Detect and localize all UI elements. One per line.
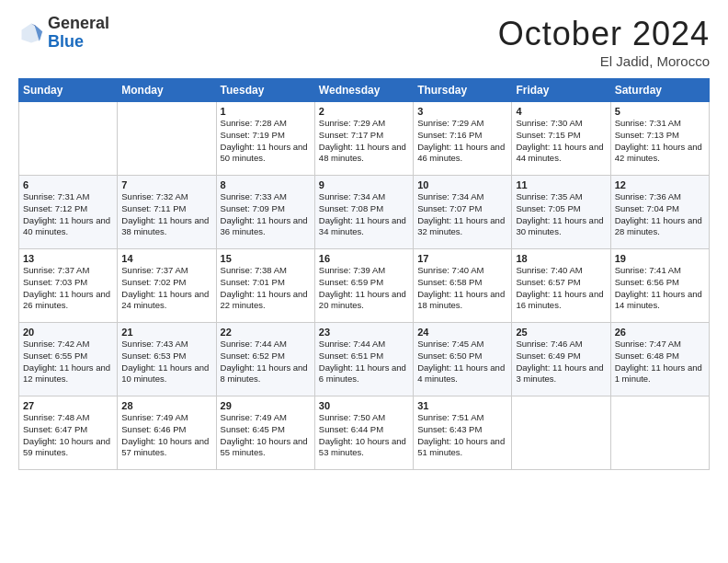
day-info: Sunrise: 7:28 AM Sunset: 7:19 PM Dayligh… (221, 118, 311, 165)
day-number: 4 (516, 106, 606, 117)
day-info: Sunrise: 7:37 AM Sunset: 7:03 PM Dayligh… (23, 265, 113, 312)
calendar-cell: 29Sunrise: 7:49 AM Sunset: 6:45 PM Dayli… (216, 396, 314, 470)
calendar-day-header: Saturday (610, 79, 709, 102)
day-number: 11 (516, 179, 606, 190)
day-info: Sunrise: 7:33 AM Sunset: 7:09 PM Dayligh… (221, 191, 311, 238)
calendar-cell: 2Sunrise: 7:29 AM Sunset: 7:17 PM Daylig… (314, 102, 413, 176)
day-number: 24 (417, 327, 507, 338)
calendar-cell: 31Sunrise: 7:51 AM Sunset: 6:43 PM Dayli… (414, 396, 512, 470)
day-info: Sunrise: 7:45 AM Sunset: 6:50 PM Dayligh… (417, 339, 507, 385)
calendar-cell: 12Sunrise: 7:36 AM Sunset: 7:04 PM Dayli… (610, 176, 709, 249)
day-info: Sunrise: 7:29 AM Sunset: 7:16 PM Dayligh… (417, 118, 507, 165)
calendar-cell: 9Sunrise: 7:34 AM Sunset: 7:08 PM Daylig… (314, 176, 413, 249)
logo: General Blue (18, 15, 109, 52)
day-number: 10 (417, 179, 507, 190)
day-number: 13 (23, 253, 113, 264)
day-info: Sunrise: 7:30 AM Sunset: 7:15 PM Dayligh… (516, 118, 606, 165)
day-number: 5 (615, 106, 705, 117)
month-title: October 2024 (498, 15, 710, 53)
day-number: 31 (417, 400, 507, 411)
calendar-cell: 3Sunrise: 7:29 AM Sunset: 7:16 PM Daylig… (414, 102, 512, 176)
calendar: SundayMondayTuesdayWednesdayThursdayFrid… (18, 78, 710, 470)
calendar-cell: 1Sunrise: 7:28 AM Sunset: 7:19 PM Daylig… (216, 102, 314, 176)
day-info: Sunrise: 7:49 AM Sunset: 6:45 PM Dayligh… (221, 412, 311, 459)
day-number: 23 (319, 327, 409, 338)
day-number: 14 (121, 253, 211, 264)
day-number: 8 (221, 179, 311, 190)
day-number: 15 (221, 253, 311, 264)
day-info: Sunrise: 7:46 AM Sunset: 6:49 PM Dayligh… (516, 339, 606, 385)
page: General Blue October 2024 El Jadid, Moro… (0, 0, 728, 563)
day-number: 29 (221, 400, 311, 411)
calendar-cell: 30Sunrise: 7:50 AM Sunset: 6:44 PM Dayli… (314, 396, 413, 470)
day-number: 21 (121, 327, 211, 338)
header: General Blue October 2024 El Jadid, Moro… (18, 15, 710, 69)
logo-icon (18, 20, 44, 46)
day-info: Sunrise: 7:50 AM Sunset: 6:44 PM Dayligh… (319, 412, 409, 459)
calendar-cell: 20Sunrise: 7:42 AM Sunset: 6:55 PM Dayli… (19, 323, 118, 396)
calendar-cell: 13Sunrise: 7:37 AM Sunset: 7:03 PM Dayli… (19, 249, 118, 323)
calendar-cell: 22Sunrise: 7:44 AM Sunset: 6:52 PM Dayli… (216, 323, 314, 396)
day-number: 26 (615, 327, 705, 338)
calendar-cell: 21Sunrise: 7:43 AM Sunset: 6:53 PM Dayli… (118, 323, 216, 396)
calendar-cell: 16Sunrise: 7:39 AM Sunset: 6:59 PM Dayli… (314, 249, 413, 323)
day-number: 28 (121, 400, 211, 411)
day-number: 3 (417, 106, 507, 117)
calendar-cell: 24Sunrise: 7:45 AM Sunset: 6:50 PM Dayli… (414, 323, 512, 396)
calendar-cell: 4Sunrise: 7:30 AM Sunset: 7:15 PM Daylig… (512, 102, 610, 176)
logo-blue-text: Blue (48, 32, 84, 51)
calendar-cell (118, 102, 216, 176)
day-info: Sunrise: 7:39 AM Sunset: 6:59 PM Dayligh… (319, 265, 409, 312)
day-number: 6 (23, 179, 113, 190)
calendar-cell: 6Sunrise: 7:31 AM Sunset: 7:12 PM Daylig… (19, 176, 118, 249)
calendar-cell: 10Sunrise: 7:34 AM Sunset: 7:07 PM Dayli… (414, 176, 512, 249)
day-number: 7 (121, 179, 211, 190)
calendar-week-row: 13Sunrise: 7:37 AM Sunset: 7:03 PM Dayli… (19, 249, 710, 323)
day-number: 9 (319, 179, 409, 190)
day-info: Sunrise: 7:36 AM Sunset: 7:04 PM Dayligh… (615, 191, 705, 238)
day-info: Sunrise: 7:35 AM Sunset: 7:05 PM Dayligh… (516, 191, 606, 238)
day-number: 1 (221, 106, 311, 117)
calendar-day-header: Wednesday (314, 79, 413, 102)
calendar-cell: 15Sunrise: 7:38 AM Sunset: 7:01 PM Dayli… (216, 249, 314, 323)
day-info: Sunrise: 7:47 AM Sunset: 6:48 PM Dayligh… (615, 339, 705, 385)
calendar-cell: 14Sunrise: 7:37 AM Sunset: 7:02 PM Dayli… (118, 249, 216, 323)
calendar-week-row: 1Sunrise: 7:28 AM Sunset: 7:19 PM Daylig… (19, 102, 710, 176)
day-info: Sunrise: 7:44 AM Sunset: 6:52 PM Dayligh… (221, 339, 311, 385)
day-info: Sunrise: 7:44 AM Sunset: 6:51 PM Dayligh… (319, 339, 409, 385)
calendar-week-row: 20Sunrise: 7:42 AM Sunset: 6:55 PM Dayli… (19, 323, 710, 396)
calendar-cell: 26Sunrise: 7:47 AM Sunset: 6:48 PM Dayli… (610, 323, 709, 396)
day-number: 18 (516, 253, 606, 264)
calendar-day-header: Monday (118, 79, 216, 102)
day-number: 17 (417, 253, 507, 264)
day-number: 27 (23, 400, 113, 411)
day-info: Sunrise: 7:41 AM Sunset: 6:56 PM Dayligh… (615, 265, 705, 312)
calendar-day-header: Friday (512, 79, 610, 102)
calendar-cell (610, 396, 709, 470)
calendar-day-header: Tuesday (216, 79, 314, 102)
day-number: 2 (319, 106, 409, 117)
day-number: 30 (319, 400, 409, 411)
day-info: Sunrise: 7:32 AM Sunset: 7:11 PM Dayligh… (121, 191, 211, 238)
day-info: Sunrise: 7:49 AM Sunset: 6:46 PM Dayligh… (121, 412, 211, 459)
day-info: Sunrise: 7:40 AM Sunset: 6:57 PM Dayligh… (516, 265, 606, 312)
day-number: 20 (23, 327, 113, 338)
calendar-cell: 28Sunrise: 7:49 AM Sunset: 6:46 PM Dayli… (118, 396, 216, 470)
logo-general-text: General (48, 14, 109, 32)
day-number: 22 (221, 327, 311, 338)
calendar-cell: 25Sunrise: 7:46 AM Sunset: 6:49 PM Dayli… (512, 323, 610, 396)
calendar-cell: 11Sunrise: 7:35 AM Sunset: 7:05 PM Dayli… (512, 176, 610, 249)
calendar-week-row: 27Sunrise: 7:48 AM Sunset: 6:47 PM Dayli… (19, 396, 710, 470)
calendar-cell: 17Sunrise: 7:40 AM Sunset: 6:58 PM Dayli… (414, 249, 512, 323)
day-info: Sunrise: 7:38 AM Sunset: 7:01 PM Dayligh… (221, 265, 311, 312)
day-info: Sunrise: 7:48 AM Sunset: 6:47 PM Dayligh… (23, 412, 113, 459)
day-info: Sunrise: 7:37 AM Sunset: 7:02 PM Dayligh… (121, 265, 211, 312)
day-number: 19 (615, 253, 705, 264)
location: El Jadid, Morocco (498, 53, 710, 69)
calendar-day-header: Thursday (414, 79, 512, 102)
day-info: Sunrise: 7:34 AM Sunset: 7:08 PM Dayligh… (319, 191, 409, 238)
calendar-cell: 23Sunrise: 7:44 AM Sunset: 6:51 PM Dayli… (314, 323, 413, 396)
day-info: Sunrise: 7:42 AM Sunset: 6:55 PM Dayligh… (23, 339, 113, 385)
day-info: Sunrise: 7:34 AM Sunset: 7:07 PM Dayligh… (417, 191, 507, 238)
day-number: 25 (516, 327, 606, 338)
